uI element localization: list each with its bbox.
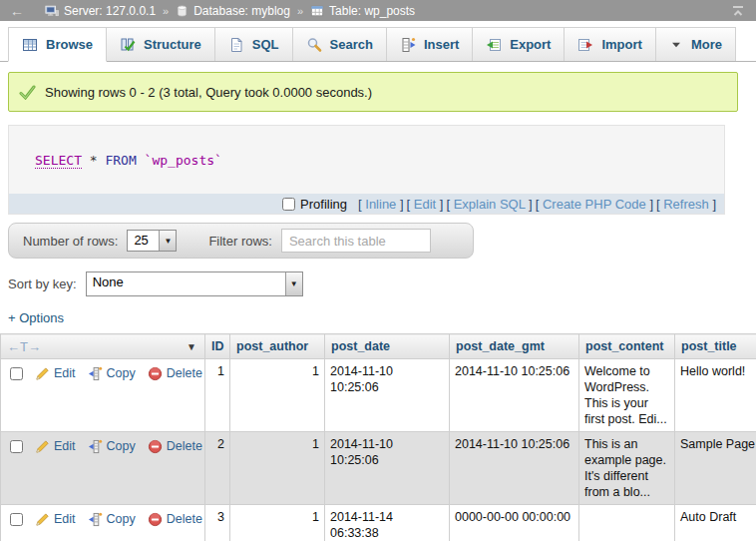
copy-link[interactable]: Copy	[107, 365, 136, 381]
query-toolbar: Profiling [ Inline ][ Edit ][ Explain SQ…	[9, 194, 724, 214]
query-action-edit: [ Edit ]	[407, 197, 444, 212]
tab-structure[interactable]: Structure	[107, 27, 215, 61]
delete-icon	[148, 366, 163, 381]
copy-icon	[88, 512, 103, 527]
tab-more[interactable]: More	[656, 27, 736, 61]
tab-label: Import	[601, 37, 641, 52]
delete-icon	[148, 512, 163, 527]
copy-link[interactable]: Copy	[107, 438, 136, 454]
breadcrumb-table[interactable]: Table: wp_posts	[329, 4, 415, 18]
sort-by-key-label: Sort by key:	[8, 276, 77, 291]
column-visibility-marker[interactable]: ←T→	[7, 339, 41, 354]
tab-import[interactable]: Import	[565, 27, 655, 61]
tab-export[interactable]: Export	[473, 27, 565, 61]
back-arrow-icon[interactable]: ←	[10, 3, 24, 19]
table-row: EditCopyDelete112014-11-10 10:25:062014-…	[1, 359, 756, 432]
row-actions-cell: EditCopyDelete	[1, 505, 205, 541]
tab-label: Structure	[144, 37, 201, 52]
edit-link[interactable]: Edit	[54, 365, 76, 381]
chevron-down-icon	[669, 38, 683, 52]
structure-icon	[120, 37, 136, 53]
tab-search[interactable]: Search	[293, 27, 387, 61]
cell-post_author: 1	[230, 359, 325, 432]
server-icon	[45, 4, 59, 18]
query-box: SELECT * FROM `wp_posts` Profiling [ Inl…	[8, 125, 725, 215]
search-icon	[306, 37, 322, 53]
tab-insert[interactable]: Insert	[387, 27, 473, 61]
cell-id: 2	[205, 432, 230, 505]
cell-post_content: Welcome to WordPress. This is your first…	[579, 359, 675, 432]
copy-link[interactable]: Copy	[107, 511, 136, 527]
row-actions: EditCopyDelete	[6, 509, 199, 527]
column-header-post_title[interactable]: post_title	[675, 334, 756, 359]
query-link[interactable]: Create PHP Code	[543, 197, 646, 212]
cell-post_date: 2014-11-10 10:25:06	[325, 432, 450, 505]
query-link[interactable]: Edit	[414, 197, 436, 212]
column-header-post_author[interactable]: post_author	[230, 334, 325, 359]
edit-link[interactable]: Edit	[54, 438, 76, 454]
sort-by-key-select[interactable]: None ▼	[86, 271, 303, 296]
profiling-label: Profiling	[300, 197, 347, 212]
breadcrumb-server[interactable]: Server: 127.0.0.1	[64, 4, 156, 18]
sql-query: SELECT * FROM `wp_posts`	[9, 126, 724, 194]
tab-browse[interactable]: Browse	[8, 27, 107, 62]
row-actions: EditCopyDelete	[6, 436, 199, 454]
tab-bar: BrowseStructureSQLSearchInsertExportImpo…	[0, 21, 756, 62]
number-of-rows-label: Number of rows:	[23, 234, 118, 249]
table-icon	[310, 4, 324, 18]
cell-post_author: 1	[230, 505, 325, 541]
filter-rows-input[interactable]	[281, 229, 431, 253]
delete-link[interactable]: Delete	[167, 438, 202, 454]
column-header-id[interactable]: ID	[205, 334, 230, 359]
column-header-post_content[interactable]: post_content	[579, 334, 675, 359]
import-icon	[577, 37, 593, 53]
cell-post_title: Hello world!	[675, 359, 756, 432]
sql-star: *	[90, 153, 98, 168]
query-link[interactable]: Explain SQL	[454, 197, 526, 212]
sql-keyword-from: FROM	[105, 153, 136, 168]
row-checkbox[interactable]	[10, 367, 23, 380]
filter-rows-label: Filter rows:	[208, 234, 272, 249]
cell-post_date: 2014-11-10 10:25:06	[325, 359, 450, 432]
column-header-post_date_gmt[interactable]: post_date_gmt	[450, 334, 579, 359]
row-checkbox[interactable]	[10, 440, 23, 453]
tab-label: Insert	[424, 37, 459, 52]
rows-control-bar: Number of rows: 25 ▼ Filter rows:	[8, 223, 474, 259]
table-row: EditCopyDelete312014-11-14 06:33:380000-…	[1, 505, 756, 541]
pencil-icon	[35, 439, 50, 454]
tab-label: More	[691, 37, 722, 52]
query-link[interactable]: Refresh	[663, 197, 709, 212]
sort-arrow-icon[interactable]: ▼	[187, 341, 198, 352]
breadcrumb-bar: ← Server: 127.0.0.1 » Database: myblog »…	[0, 0, 756, 21]
table-row: EditCopyDelete212014-11-10 10:25:062014-…	[1, 432, 756, 505]
query-action-refresh: [ Refresh ]	[656, 197, 716, 212]
cell-post_content: This is an example page. It's different …	[579, 432, 675, 505]
status-message-text: Showing rows 0 - 2 (3 total, Query took …	[45, 85, 372, 100]
sql-table-ref: `wp_posts`	[145, 153, 222, 168]
number-of-rows-select[interactable]: 25 ▼	[127, 230, 177, 252]
cell-post_title: Sample Page	[675, 432, 756, 505]
number-of-rows-value: 25	[128, 231, 159, 251]
cell-id: 1	[205, 359, 230, 432]
tab-sql[interactable]: SQL	[215, 27, 293, 61]
database-icon	[176, 4, 189, 18]
row-checkbox[interactable]	[10, 513, 23, 526]
cell-post_date: 2014-11-14 06:33:38	[325, 505, 450, 541]
collapse-top-icon[interactable]	[730, 4, 746, 18]
edit-link[interactable]: Edit	[54, 511, 76, 527]
breadcrumb-separator: »	[163, 5, 169, 17]
sql-keyword-select[interactable]: SELECT	[35, 153, 82, 169]
query-link[interactable]: Inline	[365, 197, 396, 212]
export-icon	[486, 37, 502, 53]
column-header-post_date[interactable]: post_date	[325, 334, 450, 359]
delete-icon	[148, 439, 163, 454]
delete-link[interactable]: Delete	[167, 365, 202, 381]
delete-link[interactable]: Delete	[167, 511, 202, 527]
sort-by-key-row: Sort by key: None ▼	[8, 270, 756, 296]
results-table: ←T→ ▼ IDpost_authorpost_datepost_date_gm…	[0, 333, 756, 541]
breadcrumb-database[interactable]: Database: myblog	[193, 4, 290, 18]
profiling-checkbox[interactable]	[282, 198, 295, 211]
options-toggle[interactable]: + Options	[8, 310, 64, 325]
copy-icon	[88, 366, 103, 381]
query-action-inline: [ Inline ]	[358, 197, 404, 212]
